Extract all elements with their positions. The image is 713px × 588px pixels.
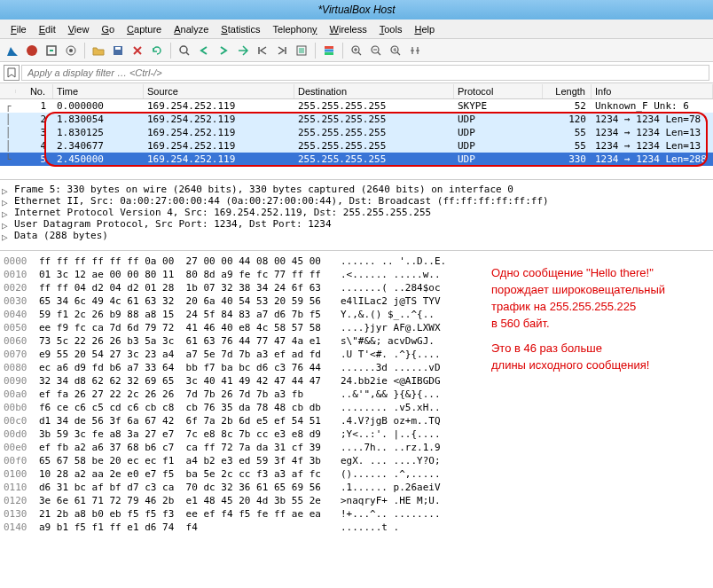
- col-header-time[interactable]: Time: [53, 84, 144, 98]
- detail-line[interactable]: ▷Data (288 bytes): [2, 230, 711, 241]
- colorize-icon[interactable]: [320, 42, 338, 59]
- svg-point-6: [180, 46, 187, 53]
- capture-options-icon[interactable]: [62, 42, 80, 59]
- zoom-reset-icon[interactable]: 1: [387, 42, 404, 59]
- close-file-icon[interactable]: [129, 42, 146, 59]
- packet-row[interactable]: │31.830125169.254.252.119255.255.255.255…: [0, 126, 713, 139]
- col-header-source[interactable]: Source: [144, 84, 294, 98]
- packet-list-header: No. Time Source Destination Protocol Len…: [0, 83, 713, 99]
- detail-line[interactable]: ▷Internet Protocol Version 4, Src: 169.2…: [2, 207, 711, 218]
- col-header-length[interactable]: Length: [543, 84, 592, 98]
- hex-row[interactable]: 00d03b 59 3c fe a8 3a 27 e7 7c e8 8c 7b …: [4, 427, 713, 441]
- packet-list[interactable]: ┌10.000000169.254.252.119255.255.255.255…: [0, 99, 713, 179]
- menu-capture[interactable]: Capture: [121, 22, 167, 36]
- window-titlebar: *VirtualBox Host: [0, 0, 713, 20]
- expand-icon[interactable]: ▷: [2, 197, 12, 206]
- find-icon[interactable]: [176, 42, 193, 59]
- hex-row[interactable]: 010010 28 a2 aa 2e e0 e7 f5 ba 5e 2c cc …: [4, 467, 713, 481]
- packet-row[interactable]: └52.450000169.254.252.119255.255.255.255…: [0, 153, 713, 166]
- bookmark-icon[interactable]: [4, 65, 20, 81]
- reload-icon[interactable]: [148, 42, 166, 59]
- zoom-out-icon[interactable]: [367, 42, 385, 59]
- display-filter-input[interactable]: [21, 65, 709, 81]
- zoom-in-icon[interactable]: [348, 42, 365, 59]
- detail-line[interactable]: ▷User Datagram Protocol, Src Port: 1234,…: [2, 218, 711, 230]
- hex-row[interactable]: 013021 2b a8 b0 eb f5 f5 f3 ee ef f4 f5 …: [4, 507, 713, 521]
- hex-row[interactable]: 00a0ef fa 26 27 22 2c 26 26 7d 7b 26 7d …: [4, 388, 713, 401]
- main-toolbar: 1: [0, 39, 713, 62]
- hex-row[interactable]: 0110d6 31 bc af bf d7 c3 ca 70 dc 32 36 …: [4, 481, 713, 494]
- go-first-icon[interactable]: [254, 42, 271, 59]
- go-last-icon[interactable]: [273, 42, 291, 59]
- expand-icon[interactable]: ▷: [2, 185, 12, 194]
- menubar: File Edit View Go Capture Analyze Statis…: [0, 20, 713, 39]
- packet-row[interactable]: │42.340677169.254.252.119255.255.255.255…: [0, 139, 713, 153]
- go-to-packet-icon[interactable]: [234, 42, 252, 59]
- packet-row[interactable]: ┌10.000000169.254.252.119255.255.255.255…: [0, 99, 713, 113]
- svg-point-0: [27, 45, 37, 56]
- menu-file[interactable]: File: [5, 22, 32, 36]
- col-header-no[interactable]: No.: [16, 84, 53, 98]
- svg-rect-10: [325, 52, 333, 55]
- col-header-destination[interactable]: Destination: [294, 84, 454, 98]
- expand-icon[interactable]: ▷: [2, 208, 12, 217]
- svg-point-3: [69, 49, 73, 52]
- annotation-text: Одно сообщение "Hello there!" порождает …: [491, 265, 704, 374]
- packet-details-pane[interactable]: ▷Frame 5: 330 bytes on wire (2640 bits),…: [0, 179, 713, 251]
- hex-row[interactable]: 00e0ef fb a2 a6 37 68 b6 c7 ca ff 72 7a …: [4, 441, 713, 454]
- col-header-info[interactable]: Info: [592, 84, 713, 98]
- auto-scroll-icon[interactable]: [293, 42, 310, 59]
- expand-icon[interactable]: ▷: [2, 220, 12, 229]
- menu-help[interactable]: Help: [409, 22, 440, 36]
- stop-capture-icon[interactable]: [23, 42, 41, 59]
- go-forward-icon[interactable]: [215, 42, 232, 59]
- save-file-icon[interactable]: [109, 42, 127, 59]
- svg-rect-9: [325, 49, 333, 51]
- shark-fin-icon[interactable]: [4, 42, 21, 59]
- hex-row[interactable]: 00c0d1 34 de 56 3f 6a 67 42 6f 7a 2b 6d …: [4, 414, 713, 427]
- menu-telephony[interactable]: Telephony: [267, 22, 322, 36]
- col-header-protocol[interactable]: Protocol: [454, 84, 543, 98]
- open-file-icon[interactable]: [90, 42, 107, 59]
- hex-row[interactable]: 00f065 67 58 be 20 ec ec f1 a4 b2 e3 ed …: [4, 454, 713, 467]
- menu-statistics[interactable]: Statistics: [215, 22, 265, 36]
- restart-capture-icon[interactable]: [43, 42, 60, 59]
- packet-bytes-pane[interactable]: 0000ff ff ff ff ff ff 0a 00 27 00 00 44 …: [0, 251, 713, 534]
- svg-text:1: 1: [394, 47, 397, 52]
- menu-edit[interactable]: Edit: [34, 22, 61, 36]
- menu-analyze[interactable]: Analyze: [168, 22, 214, 36]
- hex-row[interactable]: 0140a9 b1 f5 f1 ff e1 d6 74 f4 .......t …: [4, 521, 713, 534]
- display-filter-bar: [0, 62, 713, 83]
- menu-go[interactable]: Go: [96, 22, 120, 36]
- menu-wireless[interactable]: Wireless: [325, 22, 372, 36]
- svg-rect-5: [115, 47, 121, 50]
- packet-row[interactable]: │21.830054169.254.252.119255.255.255.255…: [0, 113, 713, 126]
- expand-icon[interactable]: ▷: [2, 231, 12, 240]
- detail-line[interactable]: ▷Frame 5: 330 bytes on wire (2640 bits),…: [2, 184, 711, 195]
- hex-row[interactable]: 00b0f6 ce c6 c5 cd c6 cb c8 cb 76 35 da …: [4, 401, 713, 414]
- go-back-icon[interactable]: [195, 42, 213, 59]
- hex-row[interactable]: 01203e 6e 61 71 72 79 46 2b e1 48 45 20 …: [4, 494, 713, 507]
- detail-line[interactable]: ▷Ethernet II, Src: 0a:00:27:00:00:44 (0a…: [2, 195, 711, 207]
- resize-columns-icon[interactable]: [406, 42, 424, 59]
- menu-tools[interactable]: Tools: [374, 22, 408, 36]
- svg-rect-8: [325, 46, 333, 49]
- menu-view[interactable]: View: [63, 22, 95, 36]
- hex-row[interactable]: 009032 34 d8 62 62 32 69 65 3c 40 41 49 …: [4, 374, 713, 388]
